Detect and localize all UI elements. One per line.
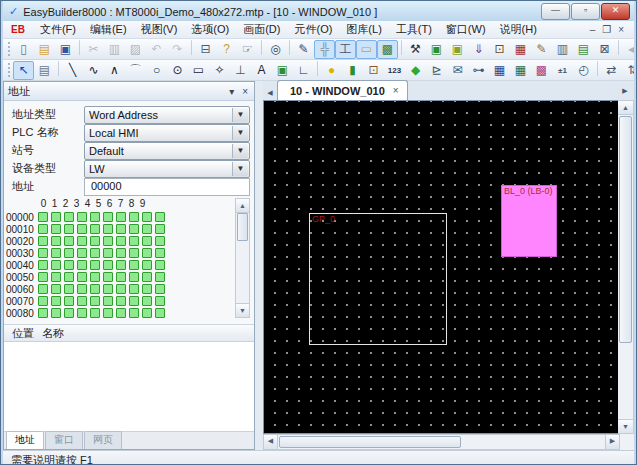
print-icon[interactable]: ⊟ (195, 40, 216, 59)
project-manager-icon[interactable]: ⊡ (489, 40, 510, 59)
panel-menu-icon[interactable]: ▾ (229, 86, 234, 97)
menu-item[interactable]: 元件(O) (287, 21, 339, 38)
undo-icon[interactable]: ↶ (146, 40, 167, 59)
usage-list[interactable] (4, 342, 254, 431)
address-cell[interactable] (116, 308, 126, 318)
menu-item[interactable]: 编辑(E) (83, 21, 134, 38)
menu-item[interactable]: 文件(F) (33, 21, 83, 38)
select-tool-icon[interactable]: ↖ (13, 61, 34, 80)
separator[interactable] (401, 40, 402, 55)
object-properties-icon[interactable]: ▤ (34, 61, 55, 80)
address-cell[interactable] (116, 260, 126, 270)
address-cell[interactable] (116, 284, 126, 294)
address-cell[interactable] (77, 272, 87, 282)
corner-tool-icon[interactable]: ∟ (293, 61, 314, 80)
grid-scrollbar[interactable]: ▲ ▼ (235, 198, 250, 318)
address-cell[interactable] (129, 284, 139, 294)
download-icon[interactable]: ⇓ (468, 40, 489, 59)
picture-tool-icon[interactable]: ▣ (272, 61, 293, 80)
separator[interactable] (289, 40, 290, 55)
address-cell[interactable] (77, 212, 87, 222)
cut-icon[interactable]: ✂ (83, 40, 104, 59)
edit-macro-icon[interactable]: ✎ (531, 40, 552, 59)
address-cell[interactable] (129, 260, 139, 270)
address-cell[interactable] (103, 260, 113, 270)
address-cell[interactable] (77, 296, 87, 306)
address-cell[interactable] (38, 260, 48, 270)
canvas-vscroll-thumb[interactable] (619, 116, 632, 343)
dock-tab-window[interactable]: 窗口 (45, 431, 83, 449)
snap-toggle-icon[interactable]: 工 (335, 40, 356, 59)
canvas-vertical-scrollbar[interactable]: ▲ ▼ (618, 100, 634, 434)
separator[interactable] (58, 61, 59, 76)
address-cell[interactable] (142, 260, 152, 270)
menu-item[interactable]: 选项(O) (184, 21, 236, 38)
menu-item[interactable]: 窗口(W) (439, 21, 493, 38)
address-cell[interactable] (64, 260, 74, 270)
separator[interactable] (597, 61, 598, 76)
address-cell[interactable] (155, 236, 165, 246)
address-cell[interactable] (90, 224, 100, 234)
chevron-down-icon[interactable]: ▼ (232, 144, 248, 158)
scroll-down-icon[interactable]: ▼ (236, 303, 249, 317)
find-address-icon[interactable]: ◎ (265, 40, 286, 59)
separator[interactable] (317, 61, 318, 76)
set-bit-icon[interactable]: ⊡ (363, 61, 384, 80)
dock-tab-address[interactable]: 地址 (6, 431, 44, 449)
group-object-gp0[interactable]: GP_0 (309, 213, 447, 345)
toggle-switch-icon[interactable]: ⊶ (468, 61, 489, 80)
context-help-icon[interactable]: ☞ (237, 40, 258, 59)
offline-simulation-icon[interactable]: ▣ (447, 40, 468, 59)
grid-scrollbar-thumb[interactable] (237, 213, 248, 241)
panel-splitter[interactable] (255, 81, 263, 450)
address-cell[interactable] (103, 296, 113, 306)
design-canvas[interactable]: GP_0 BL_0 (LB-0) (263, 100, 618, 434)
address-cell[interactable] (51, 308, 61, 318)
address-cell[interactable] (77, 284, 87, 294)
data-transfer-trigger-icon[interactable]: ⇄ (601, 61, 622, 80)
address-cell[interactable] (90, 272, 100, 282)
bit-lamp-object-bl0[interactable]: BL_0 (LB-0) (501, 185, 557, 257)
address-cell[interactable] (155, 260, 165, 270)
address-cell[interactable] (116, 236, 126, 246)
address-cell[interactable] (142, 296, 152, 306)
address-cell[interactable] (103, 236, 113, 246)
grid-toggle-icon[interactable]: ╬ (314, 40, 335, 59)
sound-off-icon[interactable]: ◀ (622, 40, 634, 59)
polyline-tool-icon[interactable]: ∧ (104, 61, 125, 80)
rectangle-tool-icon[interactable]: ▭ (188, 61, 209, 80)
pie-tool-icon[interactable]: ⊙ (167, 61, 188, 80)
minimize-button[interactable]: — (541, 3, 570, 20)
address-cell[interactable] (129, 296, 139, 306)
address-cell[interactable] (103, 224, 113, 234)
address-cell[interactable] (129, 308, 139, 318)
address-cell[interactable] (142, 248, 152, 258)
toolbar-grip[interactable] (8, 42, 10, 56)
mdi-minimize-button[interactable]: – (590, 22, 596, 37)
address-cell[interactable] (90, 296, 100, 306)
address-cell[interactable] (90, 248, 100, 258)
address-cell[interactable] (103, 212, 113, 222)
data-transfer-time-icon[interactable]: ⇅ (622, 61, 634, 80)
moving-shape-icon[interactable]: ▩ (531, 61, 552, 80)
usage-list-column[interactable]: 位置 (4, 326, 34, 341)
scroll-up-icon[interactable]: ▲ (236, 199, 249, 213)
polygon-tool-icon[interactable]: ✧ (209, 61, 230, 80)
canvas-hscroll-thumb[interactable] (279, 436, 461, 448)
address-cell[interactable] (90, 236, 100, 246)
address-cell[interactable] (64, 248, 74, 258)
system-settings-icon[interactable]: ▦ (510, 40, 531, 59)
ascii-display-icon[interactable]: ▦ (510, 61, 531, 80)
address-cell[interactable] (38, 308, 48, 318)
address-cell[interactable] (142, 236, 152, 246)
separator[interactable] (191, 40, 192, 55)
address-cell[interactable] (90, 284, 100, 294)
address-cell[interactable] (38, 236, 48, 246)
address-cell[interactable] (116, 272, 126, 282)
copy-icon[interactable]: ▥ (104, 40, 125, 59)
touch-trigger-icon[interactable]: ⊵ (426, 61, 447, 80)
address-cell[interactable] (38, 296, 48, 306)
scroll-down-icon[interactable]: ▼ (618, 419, 633, 433)
address-cell[interactable] (77, 308, 87, 318)
address-cell[interactable] (77, 224, 87, 234)
